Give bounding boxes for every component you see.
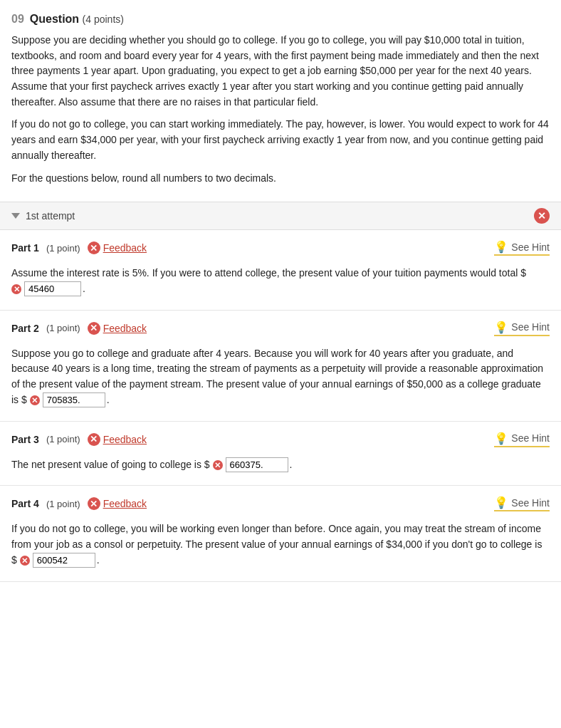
- part-3-header: Part 3 (1 point) ✕ Feedback 💡 See Hint: [11, 422, 550, 454]
- part-2-answer-suffix: .: [107, 392, 110, 408]
- part-3-hint-icon: 💡: [494, 432, 508, 445]
- question-header: 09 Question (4 points): [0, 0, 561, 33]
- part-2-header: Part 2 (1 point) ✕ Feedback 💡 See Hint: [11, 311, 550, 343]
- part-4-feedback-label: Feedback: [103, 498, 147, 509]
- part-2-see-hint-button[interactable]: 💡 See Hint: [494, 321, 550, 336]
- part-4-header: Part 4 (1 point) ✕ Feedback 💡 See Hint: [11, 486, 550, 519]
- part-1-points: (1 point): [46, 243, 80, 254]
- part-3-body: The net present value of going to colleg…: [11, 454, 550, 486]
- part-1-answer-input[interactable]: [24, 281, 81, 296]
- part-2-answer-error-icon: ✕: [30, 395, 40, 405]
- part-4-feedback-button[interactable]: ✕ Feedback: [88, 497, 147, 510]
- part-2-answer-input[interactable]: [43, 392, 105, 407]
- part-1-answer-container: ✕ .: [11, 281, 85, 297]
- part-1-see-hint-button[interactable]: 💡 See Hint: [494, 240, 550, 256]
- question-body: Suppose you are deciding whether you sho…: [0, 33, 561, 202]
- part-2-feedback-error-icon: ✕: [88, 322, 100, 335]
- part-3-body-text: The net present value of going to colleg…: [11, 459, 210, 470]
- part-2-header-left: Part 2 (1 point) ✕ Feedback: [11, 322, 147, 335]
- attempt-header: 1st attempt ✕: [0, 202, 561, 230]
- part-3-feedback-error-icon: ✕: [88, 433, 100, 446]
- attempt-left: 1st attempt: [11, 210, 75, 222]
- question-number: 09: [11, 13, 24, 26]
- part-4-see-hint-label: See Hint: [511, 497, 550, 509]
- part-1-header: Part 1 (1 point) ✕ Feedback 💡 See Hint: [11, 230, 550, 263]
- part-1-body-text: Assume the interest rate is 5%. If you w…: [11, 267, 526, 279]
- part-1-label: Part 1: [11, 242, 39, 254]
- part-4-header-left: Part 4 (1 point) ✕ Feedback: [11, 497, 147, 510]
- part-3-see-hint-button[interactable]: 💡 See Hint: [494, 432, 550, 447]
- part-1-answer-error-icon: ✕: [11, 284, 21, 294]
- part-1-feedback-error-icon: ✕: [88, 241, 100, 254]
- chevron-down-icon[interactable]: [11, 213, 20, 219]
- part-2-body: Suppose you go to college and graduate a…: [11, 343, 550, 421]
- part-1-hint-icon: 💡: [494, 240, 508, 254]
- part-3-section: Part 3 (1 point) ✕ Feedback 💡 See Hint T…: [0, 422, 561, 487]
- part-4-label: Part 4: [11, 498, 39, 509]
- part-3-answer-input[interactable]: [226, 457, 288, 472]
- part-3-header-left: Part 3 (1 point) ✕ Feedback: [11, 433, 147, 446]
- question-paragraph-3: For the questions below, round all numbe…: [11, 171, 550, 187]
- part-3-answer-container: ✕ .: [213, 457, 293, 473]
- part-3-answer-suffix: .: [290, 457, 293, 473]
- part-2-feedback-label: Feedback: [103, 323, 147, 334]
- part-3-label: Part 3: [11, 434, 39, 445]
- part-3-see-hint-label: See Hint: [511, 432, 550, 444]
- question-points: (4 points): [83, 14, 124, 25]
- part-1-feedback-button[interactable]: ✕ Feedback: [88, 241, 147, 254]
- part-2-answer-container: ✕ .: [30, 392, 110, 408]
- part-4-answer-container: ✕ .: [20, 553, 100, 568]
- part-1-section: Part 1 (1 point) ✕ Feedback 💡 See Hint A…: [0, 230, 561, 311]
- part-4-answer-input[interactable]: [33, 553, 95, 568]
- question-paragraph-1: Suppose you are deciding whether you sho…: [11, 33, 550, 110]
- question-title: Question (4 points): [30, 13, 124, 26]
- part-1-body: Assume the interest rate is 5%. If you w…: [11, 263, 550, 310]
- part-4-answer-error-icon: ✕: [20, 556, 30, 566]
- part-4-points: (1 point): [46, 499, 80, 509]
- part-3-answer-error-icon: ✕: [213, 460, 223, 470]
- part-4-answer-suffix: .: [97, 553, 100, 568]
- part-4-feedback-error-icon: ✕: [88, 497, 100, 510]
- part-4-hint-icon: 💡: [494, 496, 508, 509]
- part-1-feedback-label: Feedback: [103, 242, 147, 254]
- part-2-see-hint-label: See Hint: [511, 321, 550, 333]
- part-3-feedback-button[interactable]: ✕ Feedback: [88, 433, 147, 446]
- part-2-section: Part 2 (1 point) ✕ Feedback 💡 See Hint S…: [0, 311, 561, 422]
- part-3-feedback-label: Feedback: [103, 434, 147, 445]
- parts-container: Part 1 (1 point) ✕ Feedback 💡 See Hint A…: [0, 230, 561, 582]
- part-3-points: (1 point): [46, 434, 80, 444]
- question-paragraph-2: If you do not go to college, you can sta…: [11, 117, 550, 163]
- part-1-header-left: Part 1 (1 point) ✕ Feedback: [11, 241, 147, 254]
- part-2-points: (1 point): [46, 323, 80, 333]
- part-1-see-hint-label: See Hint: [511, 241, 550, 253]
- part-2-hint-icon: 💡: [494, 321, 508, 334]
- part-4-body: If you do not go to college, you will be…: [11, 519, 550, 581]
- part-2-label: Part 2: [11, 323, 39, 334]
- attempt-label: 1st attempt: [26, 210, 75, 222]
- part-2-feedback-button[interactable]: ✕ Feedback: [88, 322, 147, 335]
- part-4-see-hint-button[interactable]: 💡 See Hint: [494, 496, 550, 511]
- part-4-section: Part 4 (1 point) ✕ Feedback 💡 See Hint I…: [0, 486, 561, 581]
- close-attempt-button[interactable]: ✕: [534, 208, 550, 224]
- part-1-answer-suffix: .: [83, 281, 85, 297]
